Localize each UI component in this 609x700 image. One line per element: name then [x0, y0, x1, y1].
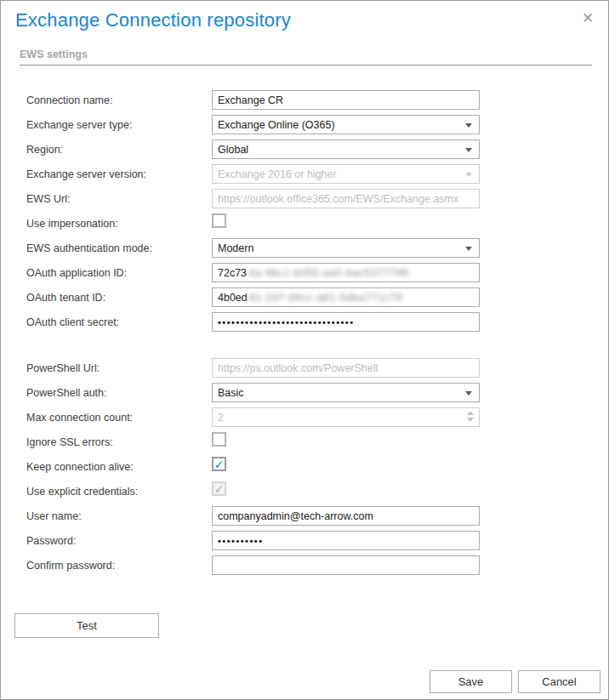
- oauth-application-id-redacted: 4a-48c1-b055-aa0-bac5377766: [248, 267, 409, 279]
- form-spacer: [1, 334, 608, 356]
- oauth-client-secret-input[interactable]: [212, 312, 480, 332]
- row-use-explicit-credentials: Use explicit credentials: ✓: [1, 479, 608, 504]
- exchange-server-type-select[interactable]: Exchange Online (O365): [212, 115, 480, 134]
- row-confirm-password: Confirm password:: [1, 553, 608, 578]
- region-label: Region:: [26, 144, 212, 156]
- chevron-down-icon: [465, 148, 472, 152]
- ews-authentication-mode-value: Modern: [218, 242, 253, 254]
- row-exchange-server-type: Exchange server type: Exchange Online (O…: [1, 112, 608, 137]
- powershell-url-input: [212, 358, 480, 378]
- chevron-down-icon: [465, 173, 472, 177]
- powershell-auth-label: PowerShell auth:: [26, 387, 212, 399]
- exchange-server-version-label: Exchange server version:: [26, 168, 212, 180]
- use-explicit-credentials-checkbox: ✓: [212, 481, 226, 496]
- oauth-application-id-input[interactable]: 72c73 4a-48c1-b055-aa0-bac5377766: [212, 263, 480, 282]
- exchange-server-type-value: Exchange Online (O365): [218, 119, 335, 131]
- cancel-button[interactable]: Cancel: [518, 670, 600, 693]
- oauth-tenant-id-label: OAuth tenant ID:: [26, 292, 212, 304]
- max-connection-count-spinner: 2: [212, 407, 480, 427]
- row-connection-name: Connection name:: [1, 88, 608, 112]
- row-oauth-client-secret: OAuth client secret:: [1, 310, 608, 334]
- row-ews-url: EWS Url:: [1, 186, 608, 211]
- row-user-name: User name:: [1, 504, 608, 528]
- row-ews-authentication-mode: EWS authentication mode: Modern: [1, 236, 608, 260]
- connection-name-label: Connection name:: [26, 94, 212, 106]
- row-keep-connection-alive: Keep connection alive: ✓: [1, 454, 608, 479]
- row-powershell-auth: PowerShell auth: Basic: [1, 380, 608, 405]
- row-oauth-application-id: OAuth application ID: 72c73 4a-48c1-b055…: [1, 260, 608, 285]
- user-name-input[interactable]: [212, 506, 480, 526]
- powershell-url-label: PowerShell Url:: [26, 362, 212, 374]
- confirm-password-label: Confirm password:: [26, 560, 212, 572]
- chevron-down-icon: [465, 391, 472, 396]
- keep-connection-alive-checkbox[interactable]: ✓: [212, 457, 226, 471]
- oauth-client-secret-label: OAuth client secret:: [26, 316, 212, 328]
- exchange-server-version-value: Exchange 2016 or higher: [218, 168, 337, 180]
- chevron-down-icon: [465, 123, 472, 128]
- powershell-auth-value: Basic: [218, 387, 244, 399]
- section-title: EWS settings: [20, 48, 592, 65]
- max-connection-count-label: Max connection count:: [26, 412, 212, 424]
- spinner-up-icon: [467, 411, 474, 415]
- exchange-server-type-label: Exchange server type:: [26, 119, 212, 131]
- region-value: Global: [218, 144, 248, 156]
- check-icon: ✓: [214, 458, 225, 470]
- use-explicit-credentials-label: Use explicit credentials:: [26, 486, 212, 498]
- row-max-connection-count: Max connection count: 2: [1, 405, 608, 430]
- oauth-application-id-visible: 72c73: [218, 267, 247, 279]
- section-divider: [20, 65, 592, 65]
- row-powershell-url: PowerShell Url:: [1, 356, 608, 380]
- dialog-footer: Save Cancel: [430, 670, 600, 693]
- chevron-down-icon: [465, 247, 472, 251]
- use-impersonation-label: Use impersonation:: [26, 218, 212, 230]
- password-input[interactable]: [212, 531, 480, 550]
- dialog-title: Exchange Connection repository: [15, 9, 291, 31]
- test-button[interactable]: Test: [14, 613, 159, 638]
- row-use-impersonation: Use impersonation: ✓: [1, 211, 608, 236]
- spinner-down-icon: [467, 418, 474, 422]
- oauth-tenant-id-redacted: 81-2d7-d4cc-a81-5dba771c78: [249, 292, 403, 304]
- confirm-password-input[interactable]: [212, 555, 480, 575]
- row-region: Region: Global: [1, 137, 608, 162]
- region-select[interactable]: Global: [212, 139, 480, 159]
- ews-settings-section-header: EWS settings: [20, 48, 592, 65]
- ignore-ssl-errors-label: Ignore SSL errors:: [26, 436, 212, 448]
- ews-url-label: EWS Url:: [26, 193, 212, 205]
- ews-authentication-mode-label: EWS authentication mode:: [26, 242, 212, 254]
- oauth-application-id-label: OAuth application ID:: [26, 267, 212, 279]
- ews-authentication-mode-select[interactable]: Modern: [212, 238, 480, 258]
- spinner-arrows: [467, 411, 474, 422]
- ews-url-input: [212, 189, 480, 208]
- use-impersonation-checkbox[interactable]: ✓: [212, 213, 226, 228]
- max-connection-count-value: 2: [218, 412, 224, 424]
- oauth-tenant-id-input[interactable]: 4b0ed 81-2d7-d4cc-a81-5dba771c78: [212, 287, 480, 307]
- connection-name-input[interactable]: [212, 90, 480, 110]
- oauth-tenant-id-visible: 4b0ed: [218, 292, 248, 304]
- row-ignore-ssl-errors: Ignore SSL errors: ✓: [1, 430, 608, 454]
- exchange-connection-dialog: Exchange Connection repository ✕ EWS set…: [0, 0, 609, 700]
- dialog-header: Exchange Connection repository ✕: [1, 1, 608, 43]
- ews-settings-form: Connection name: Exchange server type: E…: [1, 88, 608, 578]
- password-label: Password:: [26, 535, 212, 547]
- ignore-ssl-errors-checkbox[interactable]: ✓: [212, 432, 226, 447]
- row-oauth-tenant-id: OAuth tenant ID: 4b0ed 81-2d7-d4cc-a81-5…: [1, 285, 608, 310]
- powershell-auth-select[interactable]: Basic: [212, 383, 480, 402]
- exchange-server-version-select: Exchange 2016 or higher: [212, 164, 480, 184]
- check-icon: ✓: [214, 483, 225, 495]
- user-name-label: User name:: [26, 510, 212, 522]
- close-icon[interactable]: ✕: [578, 8, 598, 28]
- row-password: Password:: [1, 528, 608, 553]
- save-button[interactable]: Save: [430, 670, 512, 693]
- keep-connection-alive-label: Keep connection alive:: [26, 461, 212, 473]
- row-exchange-server-version: Exchange server version: Exchange 2016 o…: [1, 162, 608, 186]
